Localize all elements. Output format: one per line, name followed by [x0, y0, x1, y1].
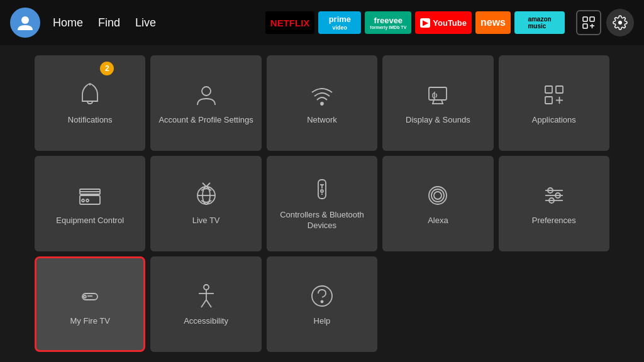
accessibility-label: Accessibility [184, 316, 228, 327]
svg-rect-14 [545, 86, 552, 93]
account-profile-icon [192, 81, 220, 109]
applications-label: Applications [532, 115, 576, 126]
svg-point-23 [86, 199, 89, 202]
svg-point-30 [321, 190, 323, 192]
my-fire-tv-icon [76, 282, 104, 310]
svg-point-44 [84, 295, 86, 298]
svg-line-48 [201, 300, 206, 307]
network-icon [308, 81, 336, 109]
svg-point-0 [21, 16, 29, 24]
svg-rect-19 [80, 195, 100, 204]
app-amazonmusic[interactable]: amazonmusic [514, 11, 565, 34]
streaming-apps: NETFLIX prime video freevee formerly IMD… [265, 11, 565, 34]
svg-line-49 [206, 300, 211, 307]
grid-icon-button[interactable] [576, 10, 601, 35]
grid-item-help[interactable]: Help [267, 256, 377, 352]
alexa-label: Alexa [428, 216, 448, 226]
display-sounds-icon [424, 81, 452, 109]
notification-badge: 2 [100, 62, 114, 75]
grid-item-notifications[interactable]: 2 Notifications [35, 55, 145, 151]
alexa-icon [424, 182, 452, 209]
svg-rect-42 [82, 293, 97, 300]
svg-point-35 [434, 192, 441, 199]
help-label: Help [314, 316, 331, 327]
grid-item-display-sounds[interactable]: Display & Sounds [382, 55, 493, 151]
svg-point-7 [202, 87, 211, 96]
app-primevideo[interactable]: prime video [318, 11, 361, 34]
top-navigation: Home Find Live NETFLIX prime video freev… [0, 0, 644, 45]
settings-gear-button[interactable] [606, 9, 634, 36]
settings-main: 2 Notifications Account & Profile Settin… [0, 45, 644, 362]
app-news[interactable]: news [475, 11, 511, 34]
nav-home[interactable]: Home [53, 16, 83, 30]
svg-line-26 [203, 183, 206, 187]
grid-item-accessibility[interactable]: Accessibility [150, 256, 261, 352]
controllers-bluetooth-label: Controllers & Bluetooth Devices [273, 210, 371, 231]
grid-item-network[interactable]: Network [267, 55, 377, 151]
svg-point-51 [321, 300, 323, 302]
svg-rect-28 [318, 180, 326, 199]
grid-item-my-fire-tv[interactable]: My Fire TV [35, 256, 145, 352]
svg-line-27 [206, 183, 210, 187]
controllers-bluetooth-icon [308, 176, 336, 204]
live-tv-label: Live TV [192, 216, 220, 226]
svg-point-8 [321, 102, 323, 105]
grid-item-applications[interactable]: Applications [499, 55, 609, 151]
live-tv-icon [192, 182, 220, 209]
nav-find[interactable]: Find [98, 16, 120, 30]
svg-rect-2 [590, 17, 594, 21]
equipment-control-label: Equipment Control [56, 216, 124, 226]
help-icon [308, 282, 336, 310]
display-sounds-label: Display & Sounds [406, 115, 470, 126]
app-freevee[interactable]: freevee formerly IMDb TV [365, 11, 411, 34]
notifications-icon [76, 81, 104, 109]
grid-item-preferences[interactable]: Preferences [499, 156, 609, 251]
equipment-control-icon [76, 182, 104, 209]
my-fire-tv-label: My Fire TV [70, 316, 110, 327]
app-netflix[interactable]: NETFLIX [265, 11, 315, 34]
svg-rect-1 [583, 17, 587, 21]
settings-grid: 2 Notifications Account & Profile Settin… [35, 55, 609, 352]
app-youtube[interactable]: ▶ YouTube [415, 11, 472, 34]
preferences-label: Preferences [532, 216, 576, 226]
grid-item-controllers-bluetooth[interactable]: Controllers & Bluetooth Devices [267, 156, 377, 251]
svg-rect-9 [429, 87, 447, 100]
notifications-label: Notifications [68, 115, 113, 126]
grid-item-account-profile[interactable]: Account & Profile Settings [150, 55, 261, 151]
grid-item-live-tv[interactable]: Live TV [150, 156, 261, 251]
svg-rect-16 [545, 97, 552, 104]
accessibility-icon [192, 282, 220, 310]
grid-item-alexa[interactable]: Alexa [382, 156, 493, 251]
grid-item-equipment-control[interactable]: Equipment Control [35, 156, 145, 251]
user-avatar[interactable] [10, 8, 40, 38]
nav-live[interactable]: Live [135, 16, 156, 30]
network-label: Network [307, 115, 337, 126]
applications-icon [540, 81, 568, 109]
preferences-icon [540, 182, 568, 209]
svg-rect-15 [556, 86, 563, 93]
nav-icons [576, 9, 634, 36]
svg-point-22 [82, 199, 84, 202]
account-profile-label: Account & Profile Settings [158, 115, 253, 126]
nav-links: Home Find Live [53, 16, 156, 30]
svg-rect-3 [583, 24, 587, 28]
svg-point-45 [204, 285, 209, 290]
svg-point-34 [431, 189, 444, 202]
